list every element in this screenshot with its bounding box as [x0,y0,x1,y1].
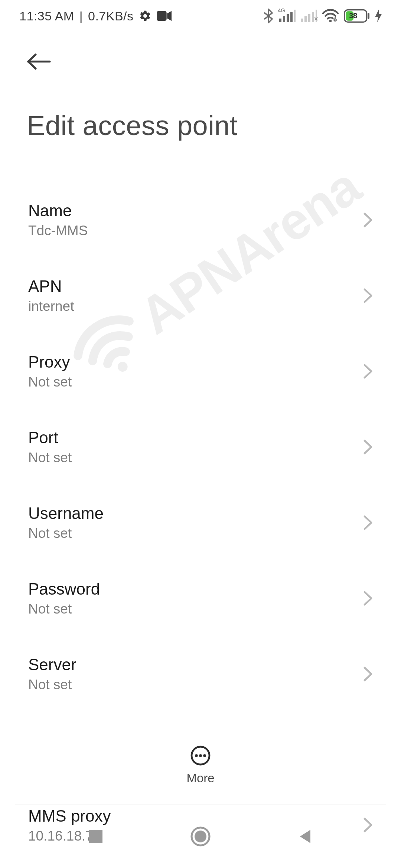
nav-back-button[interactable] [297,828,313,845]
chevron-right-icon [363,439,373,455]
setting-label: APN [28,277,74,296]
svg-rect-7 [301,19,303,22]
svg-rect-1 [157,11,167,21]
wifi-icon [322,9,339,23]
charging-bolt-icon [375,10,382,22]
header: Edit access point [0,32,401,141]
svg-point-21 [203,754,206,757]
status-data-rate: 0.7KB/s [88,9,134,23]
svg-point-12 [329,20,332,22]
setting-row-server[interactable]: Server Not set [28,636,373,712]
svg-point-19 [195,754,198,757]
page-title: Edit access point [27,110,374,141]
setting-row-password[interactable]: Password Not set [28,560,373,636]
setting-value: Not set [28,526,104,541]
chevron-right-icon [363,288,373,303]
status-bar: 11:35 AM | 0.7KB/s 4G [0,0,401,32]
gear-icon [139,10,151,22]
setting-row-proxy[interactable]: Proxy Not set [28,333,373,409]
setting-value: Tdc-MMS [28,223,88,239]
setting-label: Server [28,655,76,674]
svg-rect-16 [368,13,369,19]
svg-rect-4 [287,14,289,22]
bluetooth-icon [263,9,274,23]
square-icon [88,828,104,845]
video-camera-icon [157,11,172,21]
setting-label: Name [28,201,88,220]
chevron-right-icon [363,591,373,606]
setting-label: Username [28,504,104,523]
setting-value: Not set [28,450,72,466]
setting-value: Not set [28,677,76,693]
status-left: 11:35 AM | 0.7KB/s [19,9,172,23]
no-signal-x-icon: × [314,15,318,23]
setting-row-username[interactable]: Username Not set [28,485,373,560]
chevron-right-icon [363,364,373,379]
nav-home-button[interactable] [190,826,211,847]
status-right: 4G × [263,9,382,23]
more-horizontal-icon [190,745,211,766]
navigation-bar [0,805,401,868]
status-time: 11:35 AM [19,9,74,23]
svg-rect-22 [89,830,102,843]
status-divider: | [79,9,83,23]
signal-sim2: × [301,10,317,22]
svg-point-24 [195,831,206,842]
setting-value: Not set [28,374,72,390]
battery-icon: 38 [344,9,370,23]
chevron-right-icon [363,666,373,682]
signal-sim1: 4G [279,10,296,22]
chevron-right-icon [363,212,373,228]
svg-rect-2 [279,19,281,22]
setting-value: Not set [28,601,100,617]
setting-row-port[interactable]: Port Not set [28,409,373,485]
setting-row-apn[interactable]: APN internet [28,258,373,333]
svg-rect-6 [294,10,296,22]
triangle-left-icon [297,828,313,845]
svg-point-20 [199,754,202,757]
svg-rect-5 [290,12,293,22]
battery-percent: 38 [349,11,357,20]
setting-label: Port [28,428,72,447]
chevron-right-icon [363,515,373,530]
setting-value: internet [28,299,74,314]
setting-label: Password [28,580,100,598]
svg-rect-8 [304,16,307,22]
setting-row-name[interactable]: Name Tdc-MMS [28,182,373,258]
nav-recent-button[interactable] [88,828,104,845]
setting-label: Proxy [28,353,72,371]
more-label: More [186,771,214,785]
arrow-left-icon [27,53,51,70]
more-button[interactable] [190,745,211,766]
circle-icon [190,826,211,847]
svg-rect-9 [308,14,310,22]
back-button[interactable] [27,47,56,76]
svg-rect-3 [283,16,285,22]
bottom-action-bar: More [0,734,401,797]
network-type-label: 4G [278,7,285,13]
